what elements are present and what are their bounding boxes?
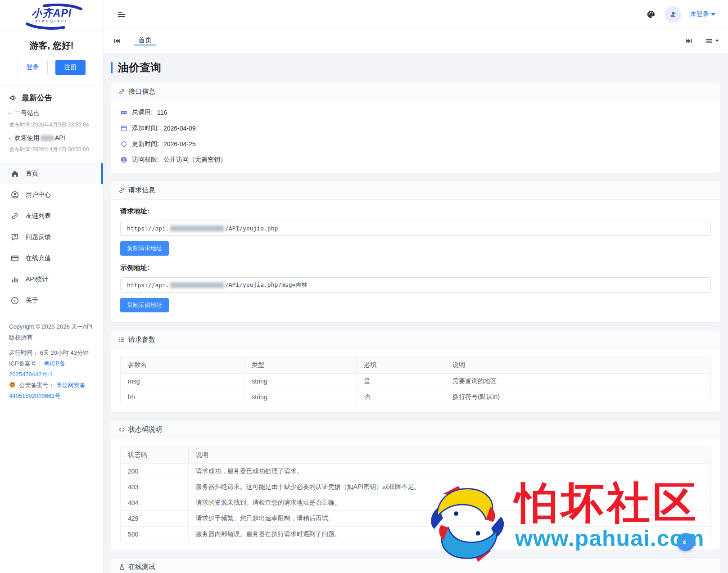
chevron-down-icon xyxy=(711,13,715,16)
login-status-text: 未登录 xyxy=(690,10,709,18)
list-icon xyxy=(118,336,125,343)
sidebar-item-links[interactable]: 友链列表 xyxy=(0,205,103,226)
code-icon xyxy=(118,426,125,433)
sidebar-nav: 首页 用户中心 友链列表 问题反馈 在线充值 API统计 xyxy=(0,161,103,313)
user-icon xyxy=(11,191,19,199)
guest-greeting: 游客, 您好! xyxy=(0,40,103,52)
api-info-card: 接口信息 总调用: 116 添加时间: 2026-04-09 xyxy=(111,82,720,173)
top-header: 未登录 xyxy=(104,0,728,29)
robot-icon xyxy=(682,538,689,546)
status-codes-card: 状态码说明 状态码 说明 200请求成功，服务器已成功处理了请求。 403服务器… xyxy=(111,420,720,550)
request-url-box[interactable]: https://api./API/youjia.php xyxy=(120,221,711,236)
uptime-row: 运行时间： 6天 20小时 43分钟 xyxy=(9,347,94,358)
table-row: msg string 是 需要查询的地区 xyxy=(121,374,711,389)
total-calls-row: 总调用: 116 xyxy=(120,108,711,117)
chevron-down-icon xyxy=(715,40,719,42)
section-title: 接口信息 xyxy=(128,87,155,96)
announcement-item[interactable]: 二号站点 xyxy=(9,109,94,117)
updated-date-value: 2026-04-25 xyxy=(163,140,196,148)
sidebar-item-about[interactable]: 关于 xyxy=(0,290,103,311)
status-header-row: 状态码 说明 xyxy=(121,447,711,464)
avatar[interactable] xyxy=(665,6,681,23)
params-header-row: 参数名 类型 必填 说明 xyxy=(121,357,711,374)
tabs-scroll-start-button[interactable] xyxy=(113,37,121,45)
theme-button[interactable] xyxy=(646,9,656,19)
copy-example-url-button[interactable]: 复制示例地址 xyxy=(120,298,169,312)
permission-icon xyxy=(120,156,127,163)
censored-text xyxy=(41,135,54,141)
sidebar-item-home[interactable]: 首页 xyxy=(0,163,103,184)
total-calls-value: 116 xyxy=(157,109,167,116)
table-row: 404请求的资源未找到。请检查您的请求地址是否正确。 xyxy=(121,495,711,511)
login-status-dropdown[interactable]: 未登录 xyxy=(690,10,715,18)
page-title: 油价查询 xyxy=(118,60,161,75)
table-row: hh string 否 换行符号(默认\n) xyxy=(121,389,711,405)
hamburger-icon xyxy=(116,9,127,20)
announcement-title: 欢迎使用API xyxy=(14,134,65,142)
skip-end-icon xyxy=(685,37,693,45)
added-date-row: 添加时间: 2026-04-09 xyxy=(120,124,711,132)
section-title: 状态码说明 xyxy=(128,425,162,434)
online-test-card: 在线测试 msg hh xyxy=(111,557,720,573)
updated-date-row: 更新时间: 2026-04-25 xyxy=(120,140,711,148)
announcement-title: 二号站点 xyxy=(14,109,40,117)
announcements-section: 最新公告 二号站点 发布时间:2026年4月9日 23:55:04 欢迎使用AP… xyxy=(0,86,103,161)
tabs-menu-button[interactable] xyxy=(705,36,719,45)
tab-home[interactable]: 首页 xyxy=(134,36,156,45)
access-row: 访问权限: 公开访问（无需密钥） xyxy=(120,156,711,164)
floating-service-button[interactable] xyxy=(677,533,695,551)
tab-bar: 首页 xyxy=(104,29,728,53)
flask-icon xyxy=(118,564,125,570)
sidebar-item-recharge[interactable]: 在线充值 xyxy=(0,248,103,269)
tabs-scroll-end-button[interactable] xyxy=(685,37,693,45)
home-icon xyxy=(11,170,19,178)
brand-logo[interactable]: 小齐API XIAOQIAPI xyxy=(0,0,103,31)
palette-icon xyxy=(646,9,656,19)
censored-domain xyxy=(170,226,224,231)
sidebar: 小齐API XIAOQIAPI 游客, 您好! 登录 注册 最新公告 二号站点 xyxy=(0,0,104,573)
copy-request-url-button[interactable]: 复制请求地址 xyxy=(120,241,169,256)
feedback-icon xyxy=(11,233,19,241)
bullet-icon xyxy=(9,113,10,114)
sidebar-footer: Copyright © 2025-2026 天一API 版权所有 运行时间： 6… xyxy=(0,313,103,410)
table-row: 429请求过于频繁。您已超出速率限制，请稍后再试。 xyxy=(121,511,711,527)
sidebar-collapse-button[interactable] xyxy=(116,9,127,20)
sidebar-item-feedback[interactable]: 问题反馈 xyxy=(0,226,103,248)
skip-start-icon xyxy=(113,37,121,45)
status-codes-table: 状态码 说明 200请求成功，服务器已成功处理了请求。 403服务器拒绝请求。这… xyxy=(120,447,711,542)
sidebar-item-user-center[interactable]: 用户中心 xyxy=(0,184,103,205)
counter-icon xyxy=(120,109,127,116)
title-accent-bar xyxy=(111,62,113,73)
sidebar-item-api-stats[interactable]: API统计 xyxy=(0,269,103,290)
section-title: 在线测试 xyxy=(128,563,155,571)
table-row: 403服务器拒绝请求。这可能是由于缺少必要的认证凭据（如API密钥）或权限不足。 xyxy=(121,479,711,495)
added-date-value: 2026-04-09 xyxy=(163,125,196,132)
megaphone-icon xyxy=(9,94,18,102)
guest-avatar-icon xyxy=(669,10,677,18)
announcement-meta: 发布时间:2026年4月4日 00:00:00 xyxy=(9,146,94,153)
censored-domain xyxy=(170,282,224,288)
table-row: 200请求成功，服务器已成功处理了请求。 xyxy=(121,464,711,479)
params-table: 参数名 类型 必填 说明 msg string 是 需要查询的地 xyxy=(120,356,711,405)
request-url-label: 请求地址: xyxy=(120,207,711,216)
police-row: 公安备案号： 粤公网安备 44051502000661号 xyxy=(9,380,94,402)
login-button[interactable]: 登录 xyxy=(18,60,48,75)
calendar-icon xyxy=(120,125,127,132)
register-button[interactable]: 注册 xyxy=(55,60,86,75)
copyright-text: Copyright © 2025-2026 天一API 版权所有 xyxy=(9,321,94,343)
menu-lines-icon xyxy=(705,36,714,45)
example-url-box[interactable]: https://api./API/youjia.php?msg=吉林 xyxy=(120,277,711,293)
section-title: 请求参数 xyxy=(128,335,155,344)
link-icon xyxy=(118,88,125,95)
link-icon xyxy=(118,187,125,194)
info-icon xyxy=(11,297,19,305)
announcement-item[interactable]: 欢迎使用API xyxy=(9,134,94,142)
credit-card-icon xyxy=(11,254,19,262)
bullet-icon xyxy=(9,138,10,139)
table-row: 500服务器内部错误。服务器在执行请求时遇到了问题。 xyxy=(121,527,711,542)
icp-row: ICP备案号： 粤ICP备 2025470442号-1 xyxy=(9,358,94,380)
app-root: 小齐API XIAOQIAPI 游客, 您好! 登录 注册 最新公告 二号站点 xyxy=(0,0,728,573)
announcements-title: 最新公告 xyxy=(22,93,52,103)
logo-text: 小齐API xyxy=(32,8,72,18)
request-info-card: 请求信息 请求地址: https://api./API/youjia.php 复… xyxy=(111,180,720,323)
